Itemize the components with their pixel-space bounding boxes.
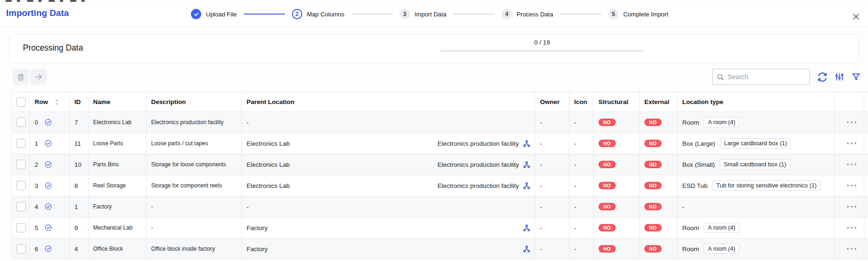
row-actions-menu[interactable] [839,133,864,154]
column-header-icon: Icon [569,92,594,112]
structural-no-badge: NO [598,245,616,253]
location-type-chip: A room (4) [704,244,739,254]
parent-location-value: Electronics Lab [247,161,290,168]
step-label: Map Columns [307,11,344,18]
step-label: Import Data [415,11,446,18]
row-actions-menu[interactable] [839,239,864,259]
hierarchy-icon[interactable] [523,224,530,231]
cell-description: Loose parts / cut tapes [146,133,242,154]
cell-description: Storage for loose components [146,154,242,175]
row-status-pending-check-icon [44,182,52,189]
column-settings-button[interactable] [835,72,844,82]
step-done-check-icon [191,9,201,19]
cell-owner: - [535,154,569,175]
refresh-button[interactable] [817,72,828,82]
move-forward-button[interactable] [30,69,46,85]
cell-name: Factory [88,196,146,217]
sliders-icon [835,72,844,82]
cell-owner: - [535,133,569,154]
structural-no-badge: NO [598,182,616,190]
external-no-badge: NO [644,203,662,211]
cell-icon: - [569,239,594,260]
step-label: Complete Import [623,11,668,18]
search-icon [716,73,724,81]
row-checkbox[interactable] [16,202,26,211]
wizard-header: Importing Data Upload File 2 Map Columns… [0,2,868,27]
row-number: 2 [35,161,38,168]
progress-bar [440,50,644,52]
step-map-columns: 2 Map Columns [292,9,344,19]
step-number-badge: 2 [292,9,302,19]
row-number: 4 [35,203,38,210]
progress-indicator: 0 / 19 [440,39,644,52]
spacer-cell [864,217,868,239]
cell-id: 7 [70,112,88,133]
wizard-stepper: Upload File 2 Map Columns 3 Import Data … [191,2,668,26]
column-header-parent-location: Parent Location [242,92,535,112]
step-upload-file: Upload File [191,9,237,19]
search-input[interactable] [728,73,806,81]
location-type-chip: A room (4) [704,117,739,127]
column-header-external: External [640,92,678,112]
cell-parent-location: Factory [247,246,535,253]
structural-no-badge: NO [598,203,616,211]
table-row: 1 11 Loose Parts Loose parts / cut tapes… [12,133,868,154]
row-checkbox[interactable] [16,181,26,190]
table-row: 5 9 Mechanical Lab - Factory [12,217,868,239]
import-data-table: Row ID Name Description Parent Location … [12,92,868,260]
refresh-icon [817,72,828,82]
filter-button[interactable] [851,72,861,82]
cell-owner: - [535,112,569,133]
sort-icon[interactable] [55,99,59,105]
table-row: 2 10 Parts Bins Storage for loose compon… [12,154,868,175]
table-body: 0 7 Electronics Lab Electronics producti… [12,112,868,260]
hierarchy-icon[interactable] [523,246,530,253]
cell-owner: - [535,175,569,196]
step-connector [560,14,601,15]
spacer-cell [864,196,868,217]
cell-parent-location: - [247,119,535,126]
parent-location-match: Electronics production facility [438,140,519,147]
filter-funnel-icon [851,72,861,82]
row-status-pending-check-icon [44,161,52,168]
cell-description: Office block inside factory [146,239,242,260]
hierarchy-icon[interactable] [523,140,530,147]
row-checkbox[interactable] [16,139,26,148]
hierarchy-icon[interactable] [523,161,530,168]
row-status-pending-check-icon [44,140,52,147]
row-checkbox[interactable] [16,223,26,232]
row-actions-menu[interactable] [839,196,864,217]
cell-id: 1 [70,196,88,217]
parent-location-value: Factory [247,246,268,253]
processing-card: Processing Data 0 / 19 [9,34,859,63]
external-no-badge: NO [644,140,662,148]
step-connector [244,14,285,15]
row-checkbox[interactable] [16,244,26,254]
page-title: Importing Data [6,8,69,18]
cell-parent-location: Electronics Lab Electronics production f… [247,140,535,147]
row-checkbox[interactable] [16,118,26,127]
row-actions-menu[interactable] [839,217,864,238]
hierarchy-icon[interactable] [523,182,530,189]
location-type-chip: Tub for storing sensitive electronics (1… [712,180,821,191]
cell-icon: - [569,112,594,133]
cell-parent-location: Electronics Lab Electronics production f… [247,161,535,168]
cell-icon: - [569,196,594,217]
column-header-location-type: Location type [678,92,835,112]
row-actions-menu[interactable] [839,175,864,196]
table-tools [712,69,861,85]
cell-owner: - [535,196,569,217]
column-header-actions [835,92,864,112]
close-icon[interactable] [851,11,861,22]
cell-location-type: Room A room (4) [682,117,834,127]
delete-button[interactable] [13,69,29,85]
row-actions-menu[interactable] [839,112,864,133]
spacer-cell [864,175,868,196]
row-actions-menu[interactable] [839,154,864,175]
table-row: 6 4 Office Block Office block inside fac… [12,239,868,260]
step-number-badge: 5 [608,9,619,19]
select-all-checkbox[interactable] [16,97,26,107]
cell-id: 9 [70,217,88,239]
row-number: 0 [35,119,38,126]
row-checkbox[interactable] [16,160,26,169]
